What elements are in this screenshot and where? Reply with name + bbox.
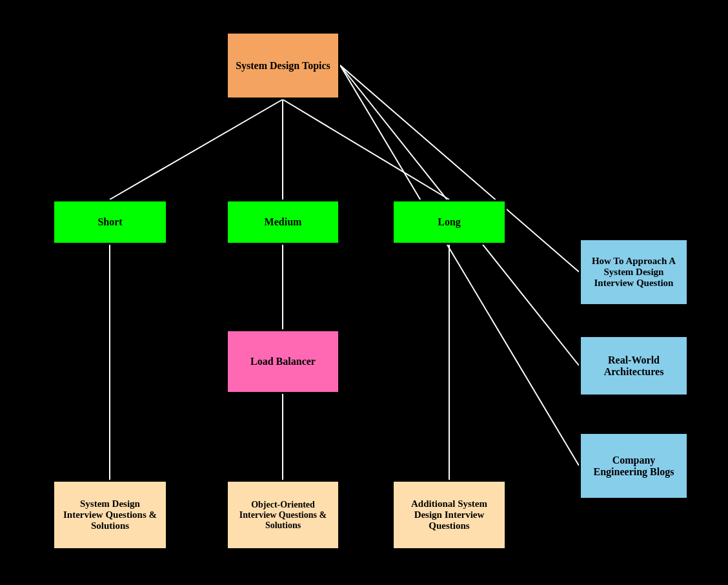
additional-node[interactable]: Additional System Design Interview Quest… xyxy=(392,480,507,550)
long-node[interactable]: Long xyxy=(392,200,507,245)
svg-line-6 xyxy=(340,65,579,466)
svg-line-0 xyxy=(110,99,283,200)
svg-line-2 xyxy=(283,99,449,200)
system-design-interview-node[interactable]: System Design Interview Questions & Solu… xyxy=(52,480,168,550)
system-design-topics-node[interactable]: System Design Topics xyxy=(226,32,340,99)
short-node[interactable]: Short xyxy=(52,200,168,245)
company-engineering-node[interactable]: Company Engineering Blogs xyxy=(579,432,689,500)
medium-node[interactable]: Medium xyxy=(226,200,340,245)
real-world-node[interactable]: Real-World Architectures xyxy=(579,335,689,396)
load-balancer-node[interactable]: Load Balancer xyxy=(226,329,340,394)
oo-interview-node[interactable]: Object-Oriented Interview Questions & So… xyxy=(226,480,340,550)
how-to-approach-node[interactable]: How To Approach A System Design Intervie… xyxy=(579,238,689,306)
